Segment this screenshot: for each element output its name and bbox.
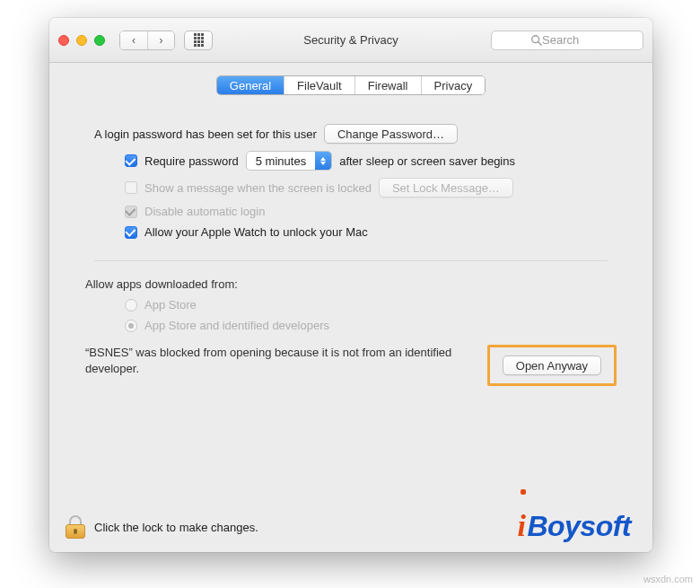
tab-firewall[interactable]: Firewall bbox=[354, 76, 421, 94]
open-anyway-highlight: Open Anyway bbox=[487, 345, 617, 386]
back-button[interactable]: ‹ bbox=[120, 31, 147, 49]
brand-i: i bbox=[517, 509, 525, 543]
open-anyway-button[interactable]: Open Anyway bbox=[503, 355, 601, 375]
toolbar: ‹ › Security & Privacy bbox=[49, 18, 652, 63]
apple-watch-unlock-label: Allow your Apple Watch to unlock your Ma… bbox=[144, 225, 368, 239]
set-lock-message-button: Set Lock Message… bbox=[379, 178, 513, 197]
divider bbox=[94, 260, 608, 261]
tab-filevault[interactable]: FileVault bbox=[284, 76, 354, 94]
show-all-button[interactable] bbox=[184, 31, 213, 50]
lock-message: Click the lock to make changes. bbox=[94, 521, 258, 534]
show-message-checkbox[interactable] bbox=[125, 181, 137, 194]
nav-back-forward: ‹ › bbox=[119, 31, 175, 50]
login-password-label: A login password has been set for this u… bbox=[94, 127, 317, 141]
require-password-checkbox[interactable] bbox=[125, 154, 137, 167]
watermark: wsxdn.com bbox=[643, 574, 693, 584]
tabs-row: General FileVault Firewall Privacy bbox=[49, 63, 652, 95]
radio-app-store-label: App Store bbox=[144, 298, 197, 312]
zoom-window-button[interactable] bbox=[94, 35, 105, 46]
chevron-left-icon: ‹ bbox=[132, 34, 136, 47]
require-password-label: Require password bbox=[144, 154, 239, 168]
apple-watch-unlock-checkbox[interactable] bbox=[125, 226, 137, 239]
general-panel: A login password has been set for this u… bbox=[64, 106, 638, 399]
minimize-window-button[interactable] bbox=[76, 35, 87, 46]
radio-app-store bbox=[125, 299, 137, 312]
require-password-suffix: after sleep or screen saver begins bbox=[339, 154, 515, 168]
disable-auto-login-label: Disable automatic login bbox=[144, 205, 265, 218]
tabs: General FileVault Firewall Privacy bbox=[216, 75, 486, 95]
close-window-button[interactable] bbox=[58, 35, 69, 46]
search-input[interactable] bbox=[491, 31, 643, 50]
brand-logo: iBoysoft bbox=[517, 509, 631, 543]
change-password-button[interactable]: Change Password… bbox=[324, 124, 458, 144]
tab-general[interactable]: General bbox=[217, 76, 284, 94]
stepper-arrows-icon bbox=[315, 152, 331, 170]
window-controls bbox=[58, 35, 105, 46]
brand-rest: Boysoft bbox=[527, 510, 631, 543]
chevron-right-icon: › bbox=[160, 34, 163, 47]
tab-privacy[interactable]: Privacy bbox=[421, 76, 486, 94]
allow-apps-title: Allow apps downloaded from: bbox=[85, 277, 617, 291]
radio-app-store-identified-label: App Store and identified developers bbox=[144, 319, 329, 332]
security-privacy-window: ‹ › Security & Privacy General FileVault… bbox=[49, 18, 652, 552]
forward-button[interactable]: › bbox=[147, 31, 174, 49]
lockbar: Click the lock to make changes. iBoysoft bbox=[49, 502, 652, 552]
blocked-app-message: “BSNES” was blocked from opening because… bbox=[85, 345, 475, 376]
search-wrap bbox=[491, 31, 643, 50]
require-password-delay-select[interactable]: 5 minutes bbox=[246, 151, 332, 171]
require-password-delay-value: 5 minutes bbox=[247, 154, 315, 168]
grid-icon bbox=[194, 33, 204, 47]
disable-auto-login-checkbox[interactable] bbox=[125, 206, 137, 218]
radio-app-store-identified bbox=[125, 320, 137, 332]
show-message-label: Show a message when the screen is locked bbox=[144, 181, 372, 195]
lock-icon[interactable] bbox=[66, 515, 85, 539]
